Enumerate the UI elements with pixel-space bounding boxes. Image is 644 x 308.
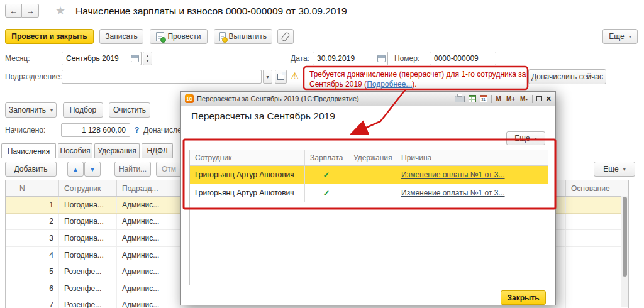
accrue-now-button[interactable]: Доначислить сейчас	[528, 69, 606, 84]
grid-more-button[interactable]: Еще ▾	[594, 162, 635, 177]
accrued-help-link[interactable]: ?	[135, 126, 139, 135]
chevron-down-icon: ▾	[266, 74, 269, 80]
chevron-down-icon: ▾	[629, 34, 631, 40]
move-up-button[interactable]: ▲	[67, 162, 84, 177]
check-icon: ✓	[323, 189, 330, 198]
calculator-icon[interactable]	[469, 95, 476, 102]
tab-accruals-label: Начисления	[8, 147, 50, 156]
warning-message-line1: Требуется доначисление (перерасчет) для …	[309, 69, 526, 79]
write-button[interactable]: Записать	[99, 29, 143, 44]
add-row-button[interactable]: Добавить	[5, 162, 57, 177]
scrollbar-thumb[interactable]	[623, 197, 627, 277]
dialog-titlebar[interactable]: 1С Перерасчеты за Сентябрь 2019 (1С:Пред…	[181, 92, 555, 106]
cell-employee: Погодина...	[59, 214, 117, 230]
memory-button[interactable]: M	[496, 96, 502, 102]
chevron-down-icon: ▾	[623, 167, 626, 172]
spinner-down-icon: ▾	[147, 58, 149, 63]
post-label: Провести	[167, 32, 201, 41]
cell-deductions	[348, 166, 396, 184]
accrued-input[interactable]	[61, 123, 130, 137]
cancel-find-label: Отм	[162, 165, 176, 173]
titlebar-divider	[532, 95, 533, 103]
fill-button[interactable]: Заполнить ▾	[5, 102, 57, 118]
cell-salary: ✓	[305, 184, 348, 202]
chevron-down-icon: ▾	[535, 136, 537, 141]
dialog-titlebar-icons: 31 M M+ M- ✕	[455, 95, 552, 103]
column-header-n[interactable]: N	[6, 180, 59, 196]
pick-button[interactable]: Подбор	[63, 102, 103, 118]
department-dropdown-button[interactable]: ▾	[263, 70, 272, 84]
memory-plus-button[interactable]: M+	[506, 96, 516, 102]
tab-benefits[interactable]: Пособия	[58, 143, 92, 158]
grid-more-label: Еще	[603, 165, 618, 173]
department-open-button[interactable]	[275, 70, 287, 84]
cell-basis	[566, 280, 621, 297]
dialog-title: Перерасчеты за Сентябрь 2019 (1С:Предпри…	[197, 95, 452, 102]
pay-button[interactable]: Выплатить	[214, 29, 272, 44]
back-button[interactable]: ←	[5, 4, 22, 18]
forward-icon: →	[26, 6, 35, 16]
column-header-deductions[interactable]: Удержания	[348, 150, 396, 165]
column-header-employee[interactable]: Сотрудник	[59, 180, 117, 196]
post-and-close-button[interactable]: Провести и закрыть	[5, 29, 94, 44]
month-label: Месяц:	[5, 54, 30, 63]
post-icon	[156, 32, 164, 41]
recalculations-dialog: 1С Перерасчеты за Сентябрь 2019 (1С:Пред…	[180, 91, 556, 305]
toolbar-more-button[interactable]: Еще ▾	[602, 29, 638, 44]
cell-employee: Погодина...	[59, 247, 117, 263]
find-button[interactable]: Найти...	[114, 162, 151, 177]
cell-reason: Изменение оплаты №1 от 3...	[396, 166, 548, 184]
cell-employee: Погодина...	[59, 197, 117, 213]
table-row[interactable]: Григорьянц Артур Ашотович ✓ Изменение оп…	[190, 184, 548, 202]
forward-button[interactable]: →	[22, 4, 39, 18]
column-header-basis[interactable]: Основание	[566, 180, 621, 196]
cell-basis	[566, 263, 621, 280]
calendar-icon[interactable]: 31	[480, 95, 487, 102]
print-icon[interactable]	[455, 96, 465, 102]
date-calendar-icon[interactable]	[377, 55, 386, 62]
tab-accruals[interactable]: Начисления	[1, 143, 56, 158]
month-spinner[interactable]: ▴ ▾	[143, 52, 152, 65]
details-link[interactable]: Подробнее...	[367, 80, 412, 89]
reason-link[interactable]: Изменение оплаты №1 от 3...	[401, 170, 505, 179]
month-calendar-icon[interactable]	[131, 55, 139, 62]
date-label: Дата:	[291, 54, 309, 63]
number-input[interactable]	[430, 52, 496, 65]
dialog-more-button[interactable]: Еще ▾	[506, 131, 545, 145]
cell-salary: ✓	[305, 166, 348, 184]
move-down-button[interactable]: ▼	[84, 162, 101, 177]
tab-ndfl[interactable]: НДФЛ	[142, 143, 173, 158]
post-button[interactable]: Провести	[150, 29, 208, 44]
check-icon: ✓	[323, 170, 330, 180]
vertical-scrollbar[interactable]	[621, 196, 628, 307]
memory-minus-button[interactable]: M-	[519, 96, 528, 102]
cell-n: 5	[6, 263, 59, 280]
reason-link[interactable]: Изменение оплаты №1 от 3...	[401, 189, 505, 197]
dialog-heading: Перерасчеты за Сентябрь 2019	[191, 111, 335, 122]
add-row-label: Добавить	[14, 165, 47, 173]
cell-employee: Григорьянц Артур Ашотович	[190, 184, 305, 202]
maximize-icon[interactable]	[536, 96, 542, 101]
table-header-row: Сотрудник Зарплата Удержания Причина	[190, 150, 548, 166]
pay-label: Выплатить	[229, 32, 267, 41]
table-row[interactable]: Григорьянц Артур Ашотович ✓ Изменение оп…	[190, 166, 548, 184]
cell-basis	[566, 297, 621, 308]
tab-deductions[interactable]: Удержания	[94, 143, 140, 158]
column-header-employee[interactable]: Сотрудник	[190, 150, 305, 165]
cell-reason: Изменение оплаты №1 от 3...	[396, 184, 548, 202]
warning-line2-prefix: Сентябрь 2019 (	[309, 80, 367, 89]
page-title: Начисление зарплаты и взносов 0000-00000…	[75, 6, 347, 17]
department-input[interactable]	[62, 70, 262, 84]
close-icon[interactable]: ✕	[546, 96, 552, 102]
month-input[interactable]	[62, 52, 142, 65]
warning-line2-suffix: ).	[412, 80, 416, 89]
warning-icon: ⚠	[291, 70, 299, 82]
dialog-close-button[interactable]: Закрыть	[501, 290, 546, 305]
column-header-salary[interactable]: Зарплата	[305, 150, 348, 165]
favorite-star-icon[interactable]: ★	[55, 4, 65, 18]
column-header-reason[interactable]: Причина	[396, 150, 548, 165]
accrued-label: Начислено:	[5, 126, 45, 135]
clear-button[interactable]: Очистить	[109, 102, 150, 118]
attachments-button[interactable]	[277, 29, 294, 44]
date-input[interactable]	[313, 52, 388, 65]
